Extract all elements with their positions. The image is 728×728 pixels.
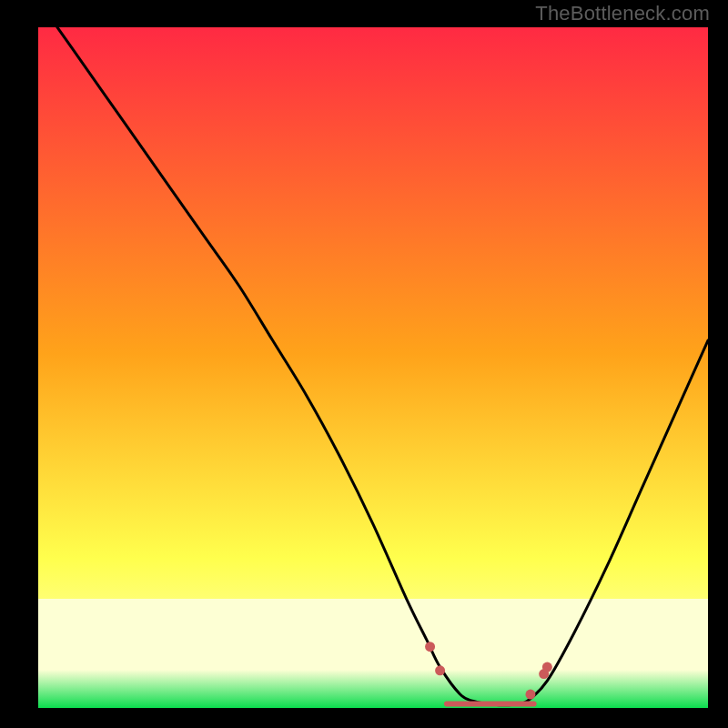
gradient-yellow-green bbox=[38, 599, 708, 708]
chart-frame: TheBottleneck.com bbox=[0, 0, 728, 728]
watermark-text: TheBottleneck.com bbox=[535, 2, 710, 25]
gradient-plot-area bbox=[38, 27, 708, 708]
